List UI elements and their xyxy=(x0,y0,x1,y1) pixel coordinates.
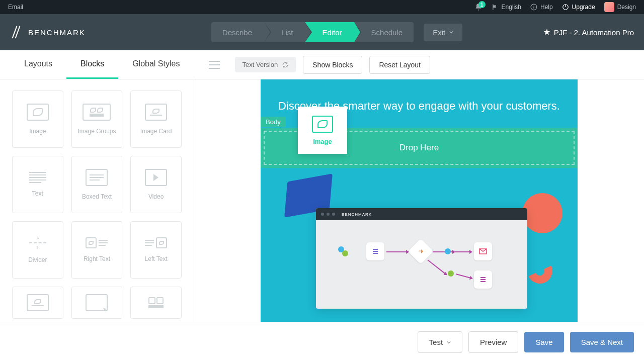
block-extra-1[interactable] xyxy=(12,287,63,319)
block-extra-2[interactable] xyxy=(71,287,123,319)
block-divider[interactable]: Divider xyxy=(12,221,63,279)
flag-icon xyxy=(492,4,499,11)
image-groups-icon xyxy=(83,104,111,121)
sidebar-tabs: Layouts Blocks Global Styles xyxy=(10,50,194,79)
flow-node-list xyxy=(366,242,384,260)
brand-text: BENCHMARK xyxy=(28,28,86,37)
tab-layouts[interactable]: Layouts xyxy=(10,50,66,79)
blocks-sidebar: Image Image Groups Image Card Text Boxed… xyxy=(0,79,194,322)
flow-dot-2 xyxy=(448,270,454,277)
svg-rect-5 xyxy=(373,251,378,252)
block-label: Right Text xyxy=(84,255,110,262)
topbar: Email 1 English Help Upgrade Design xyxy=(0,0,644,14)
wizard-steps: Describe List Editor Schedule xyxy=(211,22,414,42)
exit-button[interactable]: Exit xyxy=(424,24,462,41)
language-label: English xyxy=(502,4,521,11)
divider-icon xyxy=(29,236,46,249)
star-icon xyxy=(543,28,551,36)
project-name[interactable]: PJF - 2. Automation Pro xyxy=(543,28,634,37)
editor-toolbar: Layouts Blocks Global Styles Text Versio… xyxy=(0,50,644,79)
user-menu[interactable]: Design xyxy=(604,2,636,12)
drag-preview-label: Image xyxy=(313,138,332,145)
user-name: Design xyxy=(617,4,636,11)
block-boxed-text[interactable]: Boxed Text xyxy=(71,156,123,213)
block-label: Boxed Text xyxy=(82,193,112,200)
avatar xyxy=(604,2,614,12)
save-next-button[interactable]: Save & Next xyxy=(570,332,634,352)
body-label: Body xyxy=(261,117,286,127)
refresh-icon xyxy=(282,61,289,68)
dragging-block-preview[interactable]: Image xyxy=(298,107,347,154)
social-block-icon xyxy=(148,297,164,308)
step-describe[interactable]: Describe xyxy=(211,22,264,42)
block-label: Image Card xyxy=(140,128,172,135)
notifications-button[interactable]: 1 xyxy=(474,3,482,11)
image-card-icon xyxy=(145,104,167,121)
decorative-circle xyxy=(522,193,562,233)
tab-global-styles[interactable]: Global Styles xyxy=(118,50,194,79)
text-version-label: Text Version xyxy=(242,61,278,68)
block-label: Image Groups xyxy=(77,128,116,135)
flow-node-email xyxy=(474,242,492,260)
block-image-card[interactable]: Image Card xyxy=(130,90,182,148)
block-left-text[interactable]: Left Text xyxy=(130,221,182,279)
block-label: Left Text xyxy=(145,255,168,262)
block-image[interactable]: Image xyxy=(12,90,63,148)
brand-logo[interactable]: BENCHMARK xyxy=(10,26,86,39)
block-extra-3[interactable] xyxy=(130,287,182,319)
cursor-icon xyxy=(103,307,108,312)
svg-rect-8 xyxy=(480,277,486,278)
boxed-text-icon xyxy=(86,169,108,186)
chevron-down-icon xyxy=(449,30,453,34)
block-image-groups[interactable]: Image Groups xyxy=(71,90,123,148)
reset-layout-button[interactable]: Reset Layout xyxy=(369,56,430,74)
tab-blocks[interactable]: Blocks xyxy=(66,50,118,79)
right-text-icon xyxy=(86,237,108,248)
block-label: Divider xyxy=(28,256,47,263)
header: BENCHMARK Describe List Editor Schedule … xyxy=(0,14,644,50)
image-text-icon xyxy=(27,294,49,311)
test-button[interactable]: Test xyxy=(418,331,463,353)
block-text[interactable]: Text xyxy=(12,156,63,213)
svg-rect-4 xyxy=(373,249,378,250)
step-schedule[interactable]: Schedule xyxy=(354,22,414,42)
button-block-icon xyxy=(86,294,108,311)
flow-dot xyxy=(445,248,451,254)
text-version-button[interactable]: Text Version xyxy=(235,57,296,72)
flow-people-icon xyxy=(336,245,350,259)
drop-zone[interactable]: Body Drop Here Image xyxy=(261,128,578,168)
email-canvas[interactable]: Discover the smarter way to engage with … xyxy=(194,79,644,322)
save-button[interactable]: Save xyxy=(524,332,564,352)
block-label: Video xyxy=(148,193,164,200)
svg-rect-10 xyxy=(480,281,486,282)
browser-brand-label: BENCHMARK xyxy=(342,212,372,217)
chevron-down-icon xyxy=(447,340,451,344)
hamburger-icon xyxy=(209,61,220,69)
image-block-icon xyxy=(27,104,49,121)
browser-mockup: BENCHMARK xyxy=(316,208,527,309)
upgrade-label: Upgrade xyxy=(572,4,595,11)
help-link[interactable]: Help xyxy=(530,4,553,11)
video-block-icon xyxy=(145,169,167,186)
language-selector[interactable]: English xyxy=(492,4,521,11)
svg-point-3 xyxy=(342,250,348,256)
footer-actions: Test Preview Save Save & Next xyxy=(0,322,644,362)
block-label: Text xyxy=(32,190,43,197)
power-icon xyxy=(562,4,569,11)
image-block-icon xyxy=(312,116,333,133)
step-editor[interactable]: Editor xyxy=(305,22,354,42)
email-link[interactable]: Email xyxy=(8,4,23,11)
test-label: Test xyxy=(429,338,443,346)
block-video[interactable]: Video xyxy=(130,156,182,213)
hamburger-button[interactable] xyxy=(209,61,220,69)
benchmark-logo-icon xyxy=(10,26,23,39)
left-text-icon xyxy=(145,237,167,248)
preview-button[interactable]: Preview xyxy=(468,331,518,353)
upgrade-link[interactable]: Upgrade xyxy=(562,4,595,11)
show-blocks-button[interactable]: Show Blocks xyxy=(303,56,362,74)
block-right-text[interactable]: Right Text xyxy=(71,221,123,279)
notif-badge: 1 xyxy=(478,1,486,8)
svg-rect-9 xyxy=(480,279,486,280)
info-icon xyxy=(530,4,537,11)
block-label: Image xyxy=(29,128,46,135)
